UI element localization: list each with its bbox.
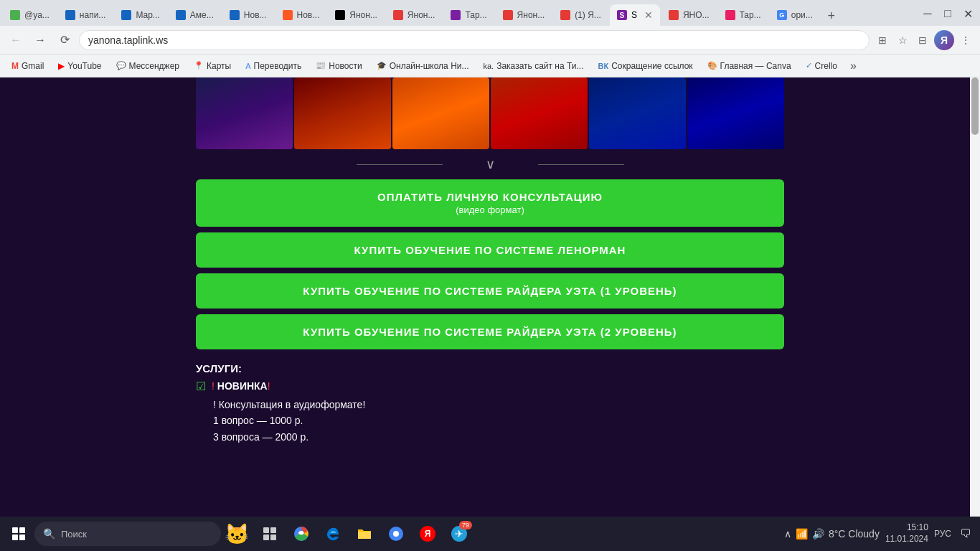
bookmark-vk[interactable]: ВК Сокращение ссылок [593, 60, 699, 72]
address-bar-icons: ⊞ ☆ ⊟ Я ⋮ [874, 30, 974, 50]
address-bar-row: ← → ⟳ ⊞ ☆ ⊟ Я ⋮ [0, 26, 980, 55]
chrome-taskbar-icon[interactable] [287, 519, 316, 548]
edge-taskbar-icon[interactable] [319, 519, 347, 548]
arrow-up-icon[interactable]: ∧ [784, 528, 791, 540]
search-icon: 🔍 [43, 528, 55, 540]
svg-rect-4 [263, 527, 269, 533]
tab-7[interactable]: Янон... [386, 4, 443, 26]
volume-icon[interactable]: 🔊 [812, 528, 824, 540]
waite-1-button[interactable]: КУПИТЬ ОБУЧЕНИЕ ПО СИСТЕМЕ РАЙДЕРА УЭТА … [196, 273, 784, 309]
new-tab-button[interactable]: + [821, 6, 842, 26]
bookmark-gmail[interactable]: M Gmail [6, 60, 50, 72]
service-description: ! Консультация в аудиоформате! [196, 397, 784, 413]
scroll-indicator: ∨ [357, 149, 624, 179]
profile-avatar[interactable]: Я [934, 30, 954, 50]
svg-rect-3 [19, 534, 25, 540]
window-controls: ─ □ ✕ [918, 4, 977, 26]
svg-rect-2 [12, 534, 18, 540]
checkbox-icon: ☑ [196, 380, 206, 393]
bookmark-news[interactable]: 📰 Новости [310, 60, 367, 72]
tab-12[interactable]: ЯНО... [661, 4, 717, 26]
scroll-line-left [357, 164, 443, 165]
back-button[interactable]: ← [6, 30, 26, 50]
close-button[interactable]: ✕ [958, 4, 977, 23]
services-title: УСЛУГИ: [196, 362, 784, 375]
taskbar: 🔍 Поиск 🐱 [0, 517, 980, 551]
services-section: УСЛУГИ: ☑ ! НОВИНКА! ! Консультация в ау… [196, 355, 784, 452]
bookmark-crello[interactable]: ✓ Crello [800, 60, 843, 72]
consultation-button[interactable]: ОПЛАТИТЬ ЛИЧНУЮ КОНСУЛЬТАЦИЮ (видео форм… [196, 179, 784, 227]
bookmark-canva[interactable]: 🎨 Главная — Canva [702, 60, 797, 72]
chrome2-taskbar-icon[interactable] [382, 519, 410, 548]
bookmark-tilda[interactable]: ka. Заказать сайт на Ти... [478, 60, 590, 72]
taskbar-clock[interactable]: 15:10 11.01.2024 [885, 522, 928, 545]
system-tray: ∧ 📶 🔊 8°C Cloudy [784, 528, 880, 540]
svg-rect-7 [270, 534, 276, 540]
tab-10[interactable]: (1) Я... [553, 4, 608, 26]
language-indicator: РУС [934, 529, 951, 539]
svg-point-11 [393, 531, 399, 537]
svg-rect-0 [12, 527, 18, 533]
bookmark-school[interactable]: 🎓 Онлайн-школа Ни... [371, 60, 475, 72]
service-price-1: 1 вопрос — 1000 р. [196, 413, 784, 428]
bookmark-messenger[interactable]: 💬 Мессенджер [110, 60, 185, 72]
bookmarks-more-icon[interactable]: » [846, 58, 861, 74]
waite-2-button[interactable]: КУПИТЬ ОБУЧЕНИЕ ПО СИСТЕМЕ РАЙДЕРА УЭТА … [196, 314, 784, 349]
telegram-badge: 79 [459, 521, 472, 529]
menu-icon[interactable]: ⋮ [957, 32, 974, 49]
taskbar-cat-widget: 🐱 [224, 521, 250, 547]
clock-time: 15:10 [885, 522, 928, 534]
bookmark-youtube[interactable]: ▶ YouTube [52, 60, 107, 72]
tab-1[interactable]: напи... [58, 4, 113, 26]
taskbar-search[interactable]: 🔍 Поиск [34, 522, 221, 546]
sidebar-toggle-icon[interactable]: ⊟ [914, 32, 931, 49]
tab-0[interactable]: @ya... [3, 4, 57, 26]
tab-8[interactable]: Тар... [443, 4, 494, 26]
hero-image [196, 77, 784, 149]
tab-2[interactable]: Мар... [114, 4, 166, 26]
chevron-down-icon[interactable]: ∨ [486, 156, 495, 172]
tab-bar: @ya... напи... Мар... Аме... Нов... Нов.… [0, 0, 980, 26]
maximize-button[interactable]: □ [938, 4, 957, 23]
taskview-button[interactable] [255, 519, 284, 548]
bookmark-star-icon[interactable]: ☆ [894, 32, 911, 49]
svg-rect-6 [263, 534, 269, 540]
tab-3[interactable]: Аме... [169, 4, 221, 26]
reload-button[interactable]: ⟳ [55, 30, 75, 50]
tab-11-active[interactable]: S S ✕ [610, 4, 660, 26]
yandex-taskbar-icon[interactable]: Я [413, 519, 442, 548]
tab-6[interactable]: Янон... [328, 4, 385, 26]
page-content: ∨ ОПЛАТИТЬ ЛИЧНУЮ КОНСУЛЬТАЦИЮ (видео фо… [0, 77, 980, 551]
service-new-label: ! НОВИНКА! [212, 379, 270, 394]
start-button[interactable] [6, 521, 32, 547]
svg-rect-5 [270, 527, 276, 533]
network-icon[interactable]: 📶 [796, 528, 808, 540]
service-new-item: ☑ ! НОВИНКА! [196, 379, 784, 394]
service-price-2: 3 вопроса — 2000 р. [196, 429, 784, 445]
lenorman-button[interactable]: КУПИТЬ ОБУЧЕНИЕ ПО СИСТЕМЕ ЛЕНОРМАН [196, 232, 784, 268]
forward-button[interactable]: → [30, 30, 50, 50]
tab-5[interactable]: Нов... [275, 4, 327, 26]
tab-4[interactable]: Нов... [222, 4, 274, 26]
minimize-button[interactable]: ─ [918, 4, 937, 23]
tab-14[interactable]: G ори... [770, 4, 820, 26]
tab-13[interactable]: Тар... [718, 4, 768, 26]
telegram-taskbar-icon[interactable]: ✈ 79 [445, 519, 473, 548]
scrollbar-thumb[interactable] [971, 77, 979, 135]
scrollbar[interactable] [970, 77, 980, 551]
scroll-line-right [538, 164, 624, 165]
taskbar-icons: Я ✈ 79 [255, 519, 473, 548]
bookmark-translate[interactable]: A Переводить [240, 60, 307, 72]
notification-icon[interactable]: 🗨 [957, 525, 974, 542]
taskbar-right: ∧ 📶 🔊 8°C Cloudy 15:10 11.01.2024 РУС 🗨 [784, 522, 974, 545]
bookmark-maps[interactable]: 📍 Карты [188, 60, 237, 72]
weather-text: 8°C Cloudy [829, 528, 880, 540]
file-explorer-icon[interactable] [350, 519, 379, 548]
address-input[interactable] [79, 30, 870, 50]
tab-close-icon[interactable]: ✕ [644, 9, 653, 21]
tab-9[interactable]: Янон... [496, 4, 552, 26]
desktop-icon[interactable]: ⊞ [874, 32, 891, 49]
svg-rect-1 [19, 527, 25, 533]
search-placeholder: Поиск [61, 529, 87, 540]
clock-date: 11.01.2024 [885, 534, 928, 545]
